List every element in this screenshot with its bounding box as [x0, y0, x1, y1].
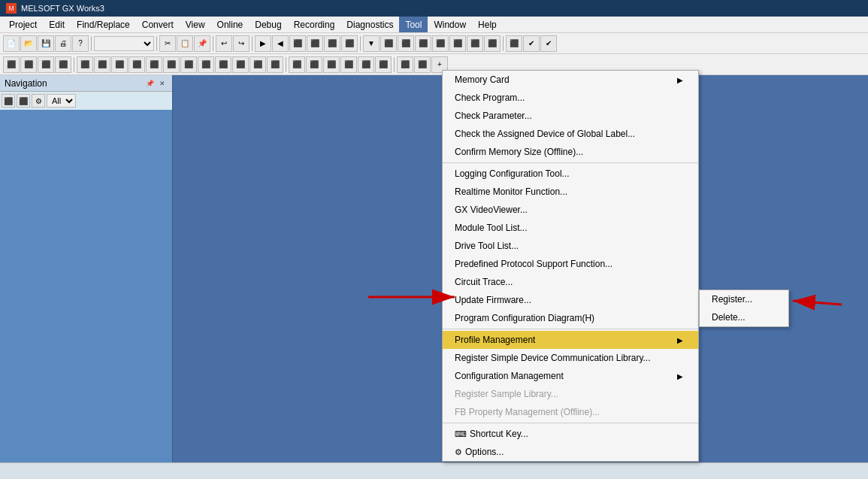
menu-recording[interactable]: Recording [288, 17, 341, 32]
menu-drive-tool-list[interactable]: Drive Tool List... [443, 237, 698, 255]
cut-btn[interactable]: ✂ [159, 35, 176, 52]
undo-btn[interactable]: ↩ [216, 35, 232, 52]
t2-btn14[interactable]: ⬛ [232, 56, 249, 73]
btn5[interactable]: ▶ [255, 35, 271, 52]
t2-btn18[interactable]: ⬛ [306, 56, 322, 73]
submenu-register[interactable]: Register... [700, 290, 788, 308]
menu-debug[interactable]: Debug [249, 17, 287, 32]
title-bar: M MELSOFT GX Works3 [0, 0, 868, 17]
t2-btn7[interactable]: ⬛ [111, 56, 128, 73]
t2-btn17[interactable]: ⬛ [289, 56, 305, 73]
menu-confirm-memory[interactable]: Confirm Memory Size (Offline)... [443, 143, 698, 161]
t2-btn1[interactable]: ⬛ [3, 56, 20, 73]
btn7[interactable]: ⬛ [289, 35, 306, 52]
help-btn[interactable]: ? [72, 35, 89, 52]
menu-program-config[interactable]: Program Configuration Diagram(H) [443, 309, 698, 327]
menu-check-program[interactable]: Check Program... [443, 89, 698, 107]
nav-close-btn[interactable]: ✕ [157, 78, 168, 89]
menu-options[interactable]: ⚙ Options... [443, 443, 698, 461]
btn15[interactable]: ⬛ [432, 35, 449, 52]
t2-btn19[interactable]: ⬛ [323, 56, 340, 73]
menu-edit[interactable]: Edit [43, 17, 71, 32]
t2-btn15[interactable]: ⬛ [250, 56, 266, 73]
nav-filter-dropdown[interactable]: All [47, 94, 76, 108]
menu-memory-card[interactable]: Memory Card ▶ [443, 71, 698, 89]
t2-btn16[interactable]: ⬛ [267, 56, 283, 73]
btn11[interactable]: ▼ [363, 35, 380, 52]
menu-find-replace[interactable]: Find/Replace [71, 17, 136, 32]
btn17[interactable]: ⬛ [467, 35, 483, 52]
menu-gx-videoviewer[interactable]: GX VideoViewer... [443, 201, 698, 219]
menu-config-management[interactable]: Configuration Management ▶ [443, 367, 698, 385]
t2-btn9[interactable]: ⬛ [146, 56, 162, 73]
t2-btn21[interactable]: ⬛ [358, 56, 374, 73]
nav-settings-btn[interactable]: ⚙ [32, 94, 45, 108]
t2-btn10[interactable]: ⬛ [163, 56, 180, 73]
sep5 [360, 36, 361, 51]
btn20[interactable]: ✔ [523, 35, 540, 52]
menu-realtime-monitor[interactable]: Realtime Monitor Function... [443, 183, 698, 201]
t2-btn5[interactable]: ⬛ [77, 56, 93, 73]
menu-circuit-trace[interactable]: Circuit Trace... [443, 273, 698, 291]
menu-project[interactable]: Project [3, 17, 43, 32]
menu-module-tool-list[interactable]: Module Tool List... [443, 219, 698, 237]
menu-check-parameter[interactable]: Check Parameter... [443, 107, 698, 125]
nav-btn1[interactable]: ⬛ [2, 94, 15, 108]
menu-shortcut-key[interactable]: ⌨ Shortcut Key... [443, 425, 698, 443]
menu-diagnostics[interactable]: Diagnostics [340, 17, 399, 32]
gear-icon: ⚙ [455, 447, 462, 457]
menu-predefined-protocol[interactable]: Predefined Protocol Support Function... [443, 255, 698, 273]
menu-update-firmware[interactable]: Update Firmware... [443, 291, 698, 309]
menu-convert[interactable]: Convert [136, 17, 180, 32]
copy-btn[interactable]: 📋 [177, 35, 193, 52]
save-btn[interactable]: 💾 [38, 35, 54, 52]
menu-online[interactable]: Online [211, 17, 250, 32]
btn16[interactable]: ⬛ [449, 35, 466, 52]
nav-pin-btn[interactable]: 📌 [144, 78, 155, 89]
menu-register-sdcl[interactable]: Register Simple Device Communication Lib… [443, 349, 698, 367]
btn21[interactable]: ✔ [540, 35, 557, 52]
t2-btn11[interactable]: ⬛ [180, 56, 197, 73]
btn6[interactable]: ◀ [272, 35, 289, 52]
menu-profile-management[interactable]: Profile Management ▶ [443, 331, 698, 349]
t2-btn12[interactable]: ⬛ [198, 56, 214, 73]
nav-header-buttons: 📌 ✕ [144, 78, 168, 89]
redo-btn[interactable]: ↪ [233, 35, 250, 52]
menu-view[interactable]: View [180, 17, 211, 32]
menu-logging-config[interactable]: Logging Configuration Tool... [443, 165, 698, 183]
menu-window[interactable]: Window [428, 17, 472, 32]
toolbar-1: 📄 📂 💾 🖨 ? ✂ 📋 📌 ↩ ↪ ▶ ◀ ⬛ ⬛ ⬛ ⬛ ▼ ⬛ ⬛ ⬛ … [0, 33, 868, 54]
btn12[interactable]: ⬛ [380, 35, 397, 52]
submenu-delete[interactable]: Delete... [700, 308, 788, 326]
new-btn[interactable]: 📄 [3, 35, 20, 52]
t2-btn2[interactable]: ⬛ [20, 56, 37, 73]
menu-help[interactable]: Help [472, 17, 503, 32]
t2-btn4[interactable]: ⬛ [55, 56, 71, 73]
sep3 [213, 36, 213, 51]
t2-btn3[interactable]: ⬛ [38, 56, 54, 73]
nav-btn2[interactable]: ⬛ [17, 94, 30, 108]
t2-btn13[interactable]: ⬛ [215, 56, 231, 73]
print-btn[interactable]: 🖨 [55, 35, 71, 52]
connection-dropdown[interactable] [94, 36, 154, 51]
btn8[interactable]: ⬛ [307, 35, 323, 52]
t2-btn22[interactable]: ⬛ [375, 56, 392, 73]
sep2 [156, 36, 157, 51]
btn13[interactable]: ⬛ [398, 35, 414, 52]
btn9[interactable]: ⬛ [324, 35, 340, 52]
btn10[interactable]: ⬛ [341, 35, 358, 52]
t2-btn6[interactable]: ⬛ [94, 56, 110, 73]
menu-tool[interactable]: Tool [399, 17, 428, 32]
btn18[interactable]: ⬛ [484, 35, 501, 52]
btn14[interactable]: ⬛ [415, 35, 431, 52]
t2-btn23[interactable]: ⬛ [397, 56, 413, 73]
paste-btn[interactable]: 📌 [194, 35, 210, 52]
t2-btn24[interactable]: ⬛ [414, 56, 431, 73]
btn19[interactable]: ⬛ [506, 35, 522, 52]
open-btn[interactable]: 📂 [20, 35, 37, 52]
t2-btn20[interactable]: ⬛ [340, 56, 357, 73]
t2-btn8[interactable]: ⬛ [129, 56, 145, 73]
t2-sep1 [74, 57, 74, 72]
menu-fb-property: FB Property Management (Offline)... [443, 403, 698, 421]
menu-check-device[interactable]: Check the Assigned Device of Global Labe… [443, 125, 698, 143]
